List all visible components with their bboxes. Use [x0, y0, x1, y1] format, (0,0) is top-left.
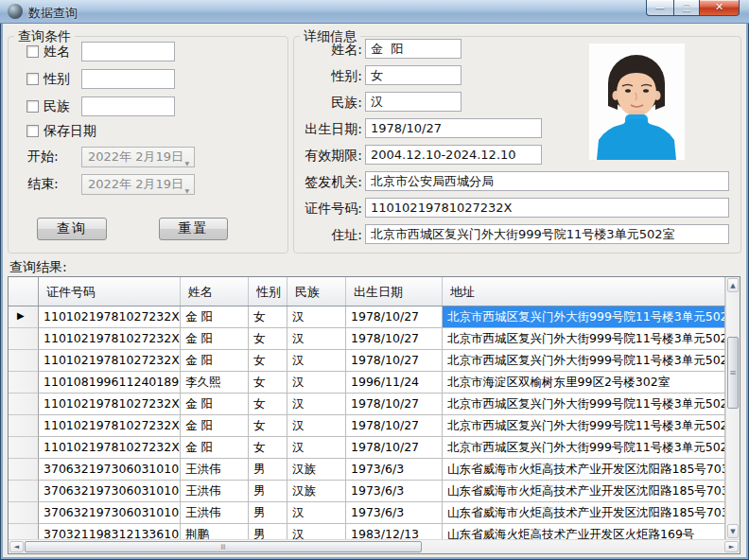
query-button[interactable]: 查询: [37, 218, 107, 240]
table-cell[interactable]: 金 阳: [181, 350, 249, 372]
close-button[interactable]: ✕: [700, 0, 740, 16]
table-cell[interactable]: 王洪伟: [181, 459, 249, 481]
row-header[interactable]: [9, 372, 39, 394]
table-cell[interactable]: 王洪伟: [181, 502, 249, 524]
table-cell[interactable]: 金 阳: [181, 415, 249, 437]
table-cell[interactable]: 1983/12/13: [346, 524, 443, 539]
detail-name-field[interactable]: [365, 39, 462, 59]
table-cell[interactable]: 11010219781027232X: [39, 415, 181, 437]
table-cell[interactable]: 汉: [287, 415, 346, 437]
table-cell[interactable]: 北京市西城区复兴门外大街999号院11号楼3单元502室: [443, 415, 725, 437]
table-cell[interactable]: 1996/11/24: [346, 372, 443, 394]
row-header[interactable]: [9, 415, 39, 437]
row-header[interactable]: [9, 437, 39, 459]
row-header[interactable]: ▶: [9, 306, 39, 328]
table-cell[interactable]: 11010219781027232X: [39, 437, 181, 459]
table-cell[interactable]: 女: [249, 415, 287, 437]
table-cell[interactable]: 王洪伟: [181, 481, 249, 502]
name-filter-input[interactable]: [81, 42, 175, 61]
vertical-scroll-thumb[interactable]: ≡: [727, 337, 739, 409]
table-cell[interactable]: 汉: [287, 372, 346, 394]
table-cell[interactable]: 1978/10/27: [346, 306, 443, 328]
grid-corner-cell[interactable]: [9, 277, 39, 306]
row-header[interactable]: [9, 394, 39, 415]
maximize-button[interactable]: □: [673, 0, 700, 16]
table-cell[interactable]: 汉: [287, 502, 346, 524]
table-cell[interactable]: 370632197306031010: [39, 459, 181, 481]
table-cell[interactable]: 北京市西城区复兴门外大街999号院11号楼3单元502室: [443, 350, 725, 372]
column-header-1[interactable]: 证件号码: [39, 277, 181, 306]
ethnic-filter-checkbox[interactable]: [26, 100, 39, 113]
scroll-down-button[interactable]: ▼: [727, 524, 739, 538]
table-cell[interactable]: 山东省威海市火炬高技术产业开发区沈阳路185号703室: [443, 481, 725, 502]
table-cell[interactable]: 1978/10/27: [346, 328, 443, 350]
name-filter-checkbox[interactable]: [26, 45, 39, 58]
table-cell[interactable]: 山东省威海火炬高技术产业开发区火炬路169号: [443, 524, 725, 539]
table-cell[interactable]: 北京市西城区复兴门外大街999号院11号楼3单元502室: [443, 437, 725, 459]
table-cell[interactable]: 110108199611240189: [39, 372, 181, 394]
table-cell[interactable]: 11010219781027232X: [39, 350, 181, 372]
vertical-scrollbar[interactable]: ▲ ≡ ▼: [725, 277, 740, 539]
minimize-button[interactable]: —: [646, 0, 673, 16]
horizontal-scrollbar[interactable]: ◄ ≡ ►: [9, 539, 740, 553]
date-start-picker[interactable]: 2022年 2月19日 ▼: [81, 147, 195, 167]
table-cell[interactable]: 金 阳: [181, 328, 249, 350]
row-header[interactable]: [9, 502, 39, 524]
savedate-filter-checkbox[interactable]: [26, 125, 39, 137]
column-header-4[interactable]: 民族: [287, 277, 346, 306]
column-header-3[interactable]: 性别: [249, 277, 287, 306]
detail-ethnic-field[interactable]: [365, 92, 462, 112]
scroll-right-button[interactable]: ►: [724, 541, 739, 552]
table-cell[interactable]: 1978/10/27: [346, 415, 443, 437]
table-cell[interactable]: 汉: [287, 306, 346, 328]
table-cell[interactable]: 北京市西城区复兴门外大街999号院11号楼3单元502室: [443, 306, 725, 328]
table-cell[interactable]: 北京市西城区复兴门外大街999号院11号楼3单元502室: [443, 328, 725, 350]
row-header[interactable]: [9, 350, 39, 372]
table-cell[interactable]: 男: [249, 481, 287, 502]
table-cell[interactable]: 男: [249, 502, 287, 524]
table-cell[interactable]: 女: [249, 306, 287, 328]
table-cell[interactable]: 1973/6/3: [346, 459, 443, 481]
table-cell[interactable]: 370321198312133610: [39, 524, 181, 539]
table-cell[interactable]: 男: [249, 459, 287, 481]
column-header-6[interactable]: 地址: [443, 277, 725, 306]
table-cell[interactable]: 1973/6/3: [346, 481, 443, 502]
table-cell[interactable]: 北京市海淀区双榆树东里99区2号楼302室: [443, 372, 725, 394]
table-cell[interactable]: 汉: [287, 437, 346, 459]
table-cell[interactable]: 女: [249, 394, 287, 415]
table-cell[interactable]: 女: [249, 372, 287, 394]
table-cell[interactable]: 11010219781027232X: [39, 394, 181, 415]
table-cell[interactable]: 汉: [287, 524, 346, 539]
scroll-left-button[interactable]: ◄: [9, 541, 24, 552]
table-cell[interactable]: 汉: [287, 394, 346, 415]
table-cell[interactable]: 北京市西城区复兴门外大街999号院11号楼3单元502室: [443, 394, 725, 415]
ethnic-filter-input[interactable]: [81, 96, 175, 116]
reset-button[interactable]: 重置: [159, 218, 228, 240]
table-cell[interactable]: 李久熙: [181, 372, 249, 394]
table-cell[interactable]: 1978/10/27: [346, 437, 443, 459]
table-cell[interactable]: 女: [249, 328, 287, 350]
table-cell[interactable]: 男: [249, 524, 287, 539]
table-cell[interactable]: 汉族: [287, 481, 346, 502]
table-cell[interactable]: 山东省威海市火炬高技术产业开发区沈阳路185号703室: [443, 459, 725, 481]
detail-idnumber-field[interactable]: [365, 198, 729, 218]
table-cell[interactable]: 汉: [287, 350, 346, 372]
detail-validity-field[interactable]: [365, 145, 542, 165]
table-cell[interactable]: 370632197306031010: [39, 481, 181, 502]
row-header[interactable]: [9, 328, 39, 350]
table-cell[interactable]: 11010219781027232X: [39, 328, 181, 350]
table-cell[interactable]: 370632197306031010: [39, 502, 181, 524]
table-cell[interactable]: 金 阳: [181, 306, 249, 328]
column-header-2[interactable]: 姓名: [181, 277, 249, 306]
date-end-picker[interactable]: 2022年 2月19日 ▼: [81, 174, 195, 195]
detail-gender-field[interactable]: [365, 65, 462, 85]
horizontal-scroll-thumb[interactable]: ≡: [25, 541, 422, 552]
table-cell[interactable]: 11010219781027232X: [39, 306, 181, 328]
gender-filter-input[interactable]: [81, 69, 175, 89]
row-header[interactable]: [9, 459, 39, 481]
table-cell[interactable]: 山东省威海市火炬高技术产业开发区沈阳路185号703室: [443, 502, 725, 524]
table-cell[interactable]: 金 阳: [181, 437, 249, 459]
row-header[interactable]: [9, 481, 39, 502]
column-header-5[interactable]: 出生日期: [346, 277, 443, 306]
gender-filter-checkbox[interactable]: [26, 73, 39, 85]
